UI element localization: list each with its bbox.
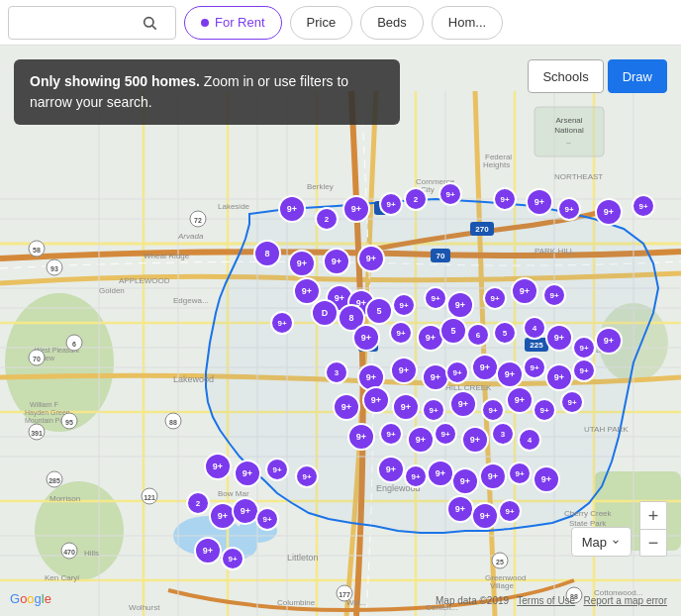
price-label: Price bbox=[307, 15, 337, 30]
beds-filter-button[interactable]: Beds bbox=[360, 6, 424, 40]
property-pin[interactable]: 9+ bbox=[404, 464, 428, 488]
property-pin[interactable]: 9+ bbox=[392, 293, 416, 317]
property-pin[interactable]: 9+ bbox=[451, 467, 479, 495]
report-link[interactable]: Report a map error bbox=[584, 595, 667, 606]
property-pin[interactable]: 9+ bbox=[438, 182, 462, 206]
property-pin[interactable]: 9+ bbox=[204, 453, 232, 480]
property-pin[interactable]: 9+ bbox=[362, 386, 390, 414]
price-filter-button[interactable]: Price bbox=[290, 6, 353, 40]
property-pin[interactable]: 9+ bbox=[295, 464, 319, 488]
property-pin[interactable]: 9+ bbox=[572, 359, 596, 382]
property-pin[interactable]: 9+ bbox=[446, 495, 474, 523]
svg-text:6: 6 bbox=[72, 341, 76, 348]
property-pin[interactable]: 9+ bbox=[333, 393, 360, 421]
property-pin[interactable]: 9+ bbox=[471, 502, 499, 530]
svg-text:UTAH PARK: UTAH PARK bbox=[584, 425, 629, 434]
property-pin[interactable]: 9+ bbox=[493, 187, 517, 211]
property-pin[interactable]: 9+ bbox=[445, 360, 469, 384]
property-pin[interactable]: 9+ bbox=[508, 462, 532, 485]
property-pin[interactable]: 9+ bbox=[424, 286, 447, 310]
property-pin[interactable]: 9+ bbox=[379, 422, 403, 446]
property-pin[interactable]: 9+ bbox=[389, 321, 413, 345]
home-filter-button[interactable]: Hom... bbox=[432, 6, 503, 40]
property-pin[interactable]: 9+ bbox=[342, 195, 370, 223]
property-pin[interactable]: 9+ bbox=[270, 311, 294, 335]
property-pin[interactable]: 9+ bbox=[194, 537, 222, 565]
svg-text:APPLEWOOD: APPLEWOOD bbox=[119, 276, 170, 285]
property-pin[interactable]: 9+ bbox=[357, 245, 385, 272]
property-pin[interactable]: 9+ bbox=[595, 327, 623, 355]
property-pin[interactable]: 8 bbox=[253, 240, 281, 267]
property-pin[interactable]: 4 bbox=[518, 428, 541, 452]
property-pin[interactable]: 9+ bbox=[533, 465, 560, 493]
property-pin[interactable]: 9+ bbox=[446, 291, 474, 319]
property-pin[interactable]: 9+ bbox=[572, 336, 596, 359]
draw-button[interactable]: Draw bbox=[608, 59, 667, 93]
property-pin[interactable]: 9+ bbox=[545, 363, 573, 391]
property-pin[interactable]: 5 bbox=[493, 321, 517, 345]
property-pin[interactable]: 9+ bbox=[379, 192, 403, 216]
property-pin[interactable]: 6 bbox=[466, 323, 490, 347]
search-box: Denver CO bbox=[8, 6, 176, 40]
property-pin[interactable]: 5 bbox=[365, 297, 393, 325]
schools-button[interactable]: Schools bbox=[528, 59, 603, 93]
property-pin[interactable]: 9+ bbox=[427, 460, 454, 487]
property-pin[interactable]: 9+ bbox=[471, 354, 499, 381]
property-pin[interactable]: 9+ bbox=[557, 197, 581, 221]
search-input[interactable]: Denver CO bbox=[17, 15, 136, 31]
property-pin[interactable]: 9+ bbox=[323, 248, 350, 275]
property-pin[interactable]: 3 bbox=[491, 422, 515, 446]
notification-banner: Only showing 500 homes. Zoom in or use f… bbox=[14, 59, 400, 125]
property-pin[interactable]: 9+ bbox=[352, 324, 380, 352]
map-type-label: Map bbox=[582, 535, 607, 550]
property-pin[interactable]: 9+ bbox=[496, 360, 524, 388]
property-pin[interactable]: 9+ bbox=[461, 426, 489, 454]
zoom-controls: + − bbox=[639, 501, 667, 557]
property-pin[interactable]: 9+ bbox=[498, 499, 522, 523]
svg-text:25: 25 bbox=[496, 559, 504, 565]
property-pin[interactable]: 9+ bbox=[265, 458, 289, 481]
property-pin[interactable]: 3 bbox=[325, 360, 348, 384]
property-pin[interactable]: 9+ bbox=[422, 398, 445, 422]
property-pin[interactable]: 9+ bbox=[545, 324, 573, 352]
property-pin[interactable]: 2 bbox=[315, 207, 339, 231]
property-pin[interactable]: 9+ bbox=[542, 283, 566, 307]
map-type-button[interactable]: Map bbox=[571, 527, 632, 557]
property-pin[interactable]: 9+ bbox=[483, 286, 507, 310]
svg-text:Cherry Creek: Cherry Creek bbox=[564, 509, 613, 518]
for-rent-filter-button[interactable]: For Rent bbox=[184, 6, 282, 40]
property-pin[interactable]: 2 bbox=[186, 491, 210, 515]
property-pin[interactable]: 9+ bbox=[632, 194, 655, 218]
svg-text:Edgewa...: Edgewa... bbox=[173, 296, 209, 305]
property-pin[interactable]: 9+ bbox=[523, 356, 546, 379]
property-pin[interactable]: 9+ bbox=[479, 462, 507, 490]
property-pin[interactable]: 9+ bbox=[278, 195, 306, 223]
property-pin[interactable]: 9+ bbox=[392, 393, 420, 421]
property-pin[interactable]: 9+ bbox=[377, 456, 405, 483]
property-pin[interactable]: 9+ bbox=[560, 390, 584, 414]
property-pin[interactable]: 9+ bbox=[347, 423, 375, 451]
property-pin[interactable]: D bbox=[311, 299, 339, 327]
property-pin[interactable]: 9+ bbox=[255, 507, 279, 531]
property-pin[interactable]: 9+ bbox=[533, 398, 556, 422]
property-pin[interactable]: 5 bbox=[439, 317, 467, 345]
property-pin[interactable]: 4 bbox=[523, 316, 546, 340]
property-pin[interactable]: 9+ bbox=[434, 422, 457, 446]
property-pin[interactable]: 9+ bbox=[526, 188, 553, 216]
zoom-in-button[interactable]: + bbox=[639, 501, 667, 529]
property-pin[interactable]: 9+ bbox=[506, 386, 534, 414]
zoom-out-button[interactable]: − bbox=[639, 529, 667, 557]
property-pin[interactable]: 9+ bbox=[511, 277, 538, 305]
terms-link[interactable]: Terms of Use bbox=[517, 595, 575, 606]
property-pin[interactable]: 9+ bbox=[595, 198, 623, 226]
property-pin[interactable]: 9+ bbox=[288, 250, 316, 277]
property-pin[interactable]: 9+ bbox=[449, 390, 477, 418]
property-pin[interactable]: 9+ bbox=[221, 547, 244, 570]
property-pin[interactable]: 9+ bbox=[234, 460, 261, 487]
map-container[interactable]: 70 25 270 76 225 Arvada Golden Aurora La… bbox=[0, 46, 681, 616]
property-pin[interactable]: 9+ bbox=[481, 398, 505, 422]
property-pin[interactable]: 9+ bbox=[390, 357, 418, 384]
property-pin[interactable]: 9+ bbox=[407, 426, 435, 454]
property-pin[interactable]: 2 bbox=[404, 187, 428, 211]
map-type-control: Map bbox=[571, 527, 632, 557]
